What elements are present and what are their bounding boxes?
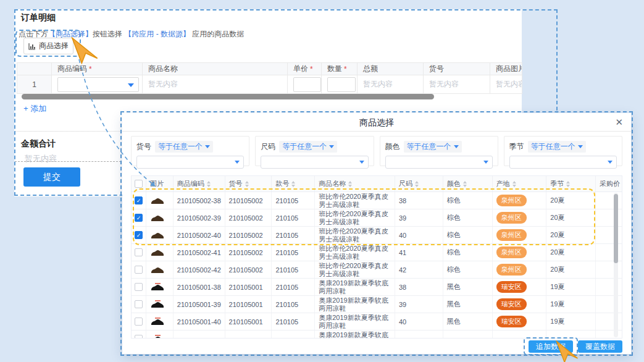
cell-season: 20夏 bbox=[546, 192, 596, 209]
plus-icon: + bbox=[23, 104, 28, 113]
sort-icon[interactable] bbox=[207, 181, 211, 187]
cell-product-code: 210105002-39 bbox=[174, 209, 225, 226]
chevron-down-icon bbox=[608, 161, 613, 164]
filter-operator-chip[interactable]: 等于任意一个 bbox=[404, 141, 462, 153]
cell-style-no: 210105 bbox=[272, 279, 315, 295]
bar-chart-icon bbox=[28, 43, 36, 50]
cell-item-no: 210105002 bbox=[225, 261, 272, 278]
add-row-link[interactable]: + 添加 bbox=[23, 103, 46, 114]
row-checkbox[interactable] bbox=[135, 266, 143, 274]
cell-size: 42 bbox=[395, 261, 443, 278]
cell-product-name: 奥康2019新款夏季软底两用凉鞋 bbox=[315, 330, 395, 339]
horizontal-scrollbar[interactable] bbox=[22, 94, 434, 99]
product-col-header[interactable]: 商品编码 bbox=[174, 176, 225, 192]
sort-icon[interactable] bbox=[463, 181, 467, 187]
product-col-header[interactable]: 尺码 bbox=[395, 176, 443, 192]
cell-item-no: 210105001 bbox=[225, 313, 272, 330]
amount-summary-title: 金额合计 bbox=[21, 138, 56, 149]
product-row[interactable]: 210105002-42 210105002 210105 班比帝伦2020夏季… bbox=[132, 261, 622, 279]
overwrite-data-button[interactable]: 覆盖数据 bbox=[578, 340, 622, 353]
product-col-header[interactable]: 产地 bbox=[493, 176, 547, 192]
origin-badge: 泉州区 bbox=[496, 229, 527, 241]
row-checkbox[interactable]: ✓ bbox=[135, 214, 143, 222]
origin-badge bbox=[496, 338, 525, 339]
sort-icon[interactable] bbox=[245, 181, 249, 187]
row-checkbox[interactable] bbox=[135, 248, 143, 256]
cell-product-name: 奥康2019新款夏季软底两用凉鞋 bbox=[315, 313, 395, 330]
filter-operator-chip[interactable]: 等于任意一个 bbox=[279, 141, 337, 153]
product-row[interactable]: 奥康2019新款夏季软底两用凉鞋 bbox=[132, 330, 622, 339]
chevron-down-icon bbox=[329, 145, 334, 148]
cell-item-no: 210105002 bbox=[225, 209, 272, 226]
row-checkbox[interactable] bbox=[135, 335, 143, 339]
quantity-input[interactable] bbox=[327, 77, 356, 92]
collapsed-section-divider bbox=[15, 161, 121, 162]
row-checkbox[interactable] bbox=[135, 300, 143, 308]
cell-product-code bbox=[174, 330, 225, 339]
close-icon[interactable]: ✕ bbox=[615, 113, 623, 132]
row-checkbox[interactable] bbox=[135, 318, 143, 326]
origin-badge: 泉州区 bbox=[496, 246, 527, 258]
chevron-down-icon bbox=[205, 145, 210, 148]
product-shoe-image bbox=[150, 318, 165, 326]
filter-value-select[interactable] bbox=[261, 156, 368, 169]
product-shoe-image bbox=[150, 231, 165, 240]
product-col-header[interactable]: 颜色 bbox=[443, 176, 493, 192]
chevron-down-icon bbox=[128, 83, 134, 87]
product-select-button[interactable]: 商品选择 bbox=[23, 38, 73, 54]
sort-icon[interactable] bbox=[348, 181, 352, 187]
select-all-cell bbox=[132, 176, 146, 192]
product-shoe-image bbox=[150, 283, 165, 292]
cell-item-no bbox=[225, 330, 272, 339]
row-checkbox[interactable]: ✓ bbox=[135, 196, 143, 204]
select-all-checkbox[interactable] bbox=[135, 180, 143, 188]
product-col-header[interactable]: 货号 bbox=[225, 176, 272, 192]
product-code-dropdown[interactable] bbox=[57, 77, 139, 92]
sort-icon[interactable] bbox=[566, 181, 570, 187]
filter-value-select[interactable] bbox=[509, 156, 617, 169]
cell-style-no: 210105 bbox=[272, 313, 315, 330]
product-col-header[interactable]: 季节 bbox=[546, 176, 596, 192]
order-col-index bbox=[17, 62, 52, 75]
cell-product-code: 210105001-39 bbox=[174, 296, 225, 313]
cell-product-code: 210105002-40 bbox=[174, 227, 225, 243]
chevron-down-icon bbox=[483, 161, 488, 164]
product-col-header[interactable]: 商品名称 bbox=[315, 176, 395, 192]
modal-title: 商品选择 bbox=[122, 113, 631, 132]
row-checkbox[interactable]: ✓ bbox=[135, 231, 143, 239]
row-checkbox[interactable] bbox=[135, 283, 143, 291]
filter-operator-chip[interactable]: 等于任意一个 bbox=[155, 141, 213, 153]
sort-icon[interactable] bbox=[415, 181, 419, 187]
product-row[interactable]: 210105001-38 210105001 210105 奥康2019新款夏季… bbox=[132, 279, 622, 296]
vertical-scrollbar-thumb[interactable] bbox=[614, 194, 618, 263]
chevron-down-icon bbox=[235, 161, 240, 164]
append-data-button[interactable]: 追加数据 bbox=[529, 340, 573, 353]
product-row[interactable]: ✓ 210105002-39 210105002 210105 班比帝伦2020… bbox=[132, 209, 622, 227]
product-col-header[interactable]: 款号 bbox=[272, 176, 315, 192]
product-table: 图片商品编码货号款号商品名称尺码颜色产地季节采购价 ✓ 210105002-38… bbox=[131, 175, 622, 339]
submit-button[interactable]: 提交 bbox=[23, 167, 80, 187]
order-section-title: 订单明细 bbox=[21, 12, 56, 23]
cell-color bbox=[443, 330, 493, 339]
cell-style-no: 210105 bbox=[272, 192, 315, 209]
filter-value-select[interactable] bbox=[136, 156, 244, 169]
cell-origin: 瑞安区 bbox=[493, 279, 547, 295]
filter-label: 颜色 bbox=[385, 142, 400, 151]
cell-color: 棕色 bbox=[443, 192, 493, 209]
cell-product-name: 班比帝伦2020夏季真皮男士高级凉鞋 bbox=[315, 244, 395, 261]
row-index-cell: 1 bbox=[17, 75, 52, 94]
filter-operator-chip[interactable]: 等于任意一个 bbox=[528, 141, 586, 153]
instruction-link-datasource: 【跨应用 - 数据源】 bbox=[124, 30, 190, 38]
sort-icon[interactable] bbox=[512, 181, 516, 187]
product-col-header[interactable]: 采购价 bbox=[596, 176, 622, 192]
sort-icon[interactable] bbox=[291, 181, 295, 187]
product-row[interactable]: ✓ 210105002-38 210105002 210105 班比帝伦2020… bbox=[132, 192, 622, 209]
unit-price-input[interactable] bbox=[293, 77, 321, 92]
product-row[interactable]: 210105002-41 210105002 210105 班比帝伦2020夏季… bbox=[132, 244, 622, 261]
filter-label: 季节 bbox=[509, 142, 524, 151]
product-row[interactable]: 210105001-40 210105001 210105 奥康2019新款夏季… bbox=[132, 313, 622, 330]
product-row[interactable]: 210105001-39 210105001 210105 奥康2019新款夏季… bbox=[132, 296, 622, 313]
cell-size: 39 bbox=[395, 296, 443, 313]
product-row[interactable]: ✓ 210105002-40 210105002 210105 班比帝伦2020… bbox=[132, 227, 622, 244]
filter-value-select[interactable] bbox=[385, 156, 493, 169]
